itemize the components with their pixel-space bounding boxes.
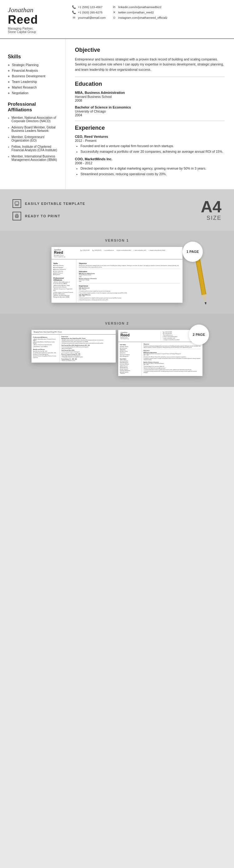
v2-p2-hard: Hard Skills xyxy=(120,358,140,360)
bullet-icon: ◆ xyxy=(8,69,10,72)
resume-body: Skills ◆Strategic Planning ◆Financial An… xyxy=(0,39,234,189)
v2-p1-right: Experience Managing Partner, Stone Capit… xyxy=(60,335,116,363)
pencil-tip-wood xyxy=(202,294,207,303)
v2-p2-hard-skill: ◆ Market Research xyxy=(120,365,140,367)
header-right: 📞 +1 (555) 123-4567 📞 +1 (920) 265-6275 … xyxy=(65,0,234,38)
v2-p2-skill: ◆ Time Management xyxy=(120,356,140,357)
v2-p1-title: Managing Partner, Stone Capital Group 20… xyxy=(34,332,114,333)
skill-item: ◆Strategic Planning xyxy=(8,62,59,68)
mini-divider xyxy=(79,269,180,269)
v2-p1-text: Excellence in Financial Management xyxy=(33,354,58,355)
v2-job3: Chief Financial Officer (CFO)... xyxy=(61,350,114,351)
v2-job2: Chief Financial Officer (CFO), GlobalTec… xyxy=(61,345,114,346)
skill-item: ◆Business Development xyxy=(8,73,59,79)
marketing-section: EASILY EDITABLE TEMPLATE READY TO PRINT … xyxy=(0,189,234,231)
job-title-2: COO, MarketMinds Inc. xyxy=(75,157,225,161)
version2-label: VERSION 2 xyxy=(12,321,222,325)
editable-label: EASILY EDITABLE TEMPLATE xyxy=(25,202,85,206)
phone2-row: 📞 +1 (920) 265-6275 xyxy=(72,10,106,14)
v2-p1-text: ● Board Member, Investors Alliance xyxy=(33,346,58,347)
bullet-item: Streamlined processes, reducing operatio… xyxy=(81,172,225,177)
bullet-item: Successfully managed a portfolio of over… xyxy=(81,149,225,154)
v2-p2-skill: ◆ Problem Solving xyxy=(120,351,140,352)
name-title: Managing Partner, Stone Capital Group xyxy=(8,27,59,34)
svg-rect-3 xyxy=(16,214,18,215)
v2-p2-title: Managing Partner,Stone Capital Group xyxy=(120,337,158,340)
skill-item: ◆Financial Analysis xyxy=(8,68,59,73)
skill-item: ◆Negotiation xyxy=(8,90,59,96)
instagram-icon: ⊙ xyxy=(112,15,116,20)
v2-job5-desc: • Worked in the database system... xyxy=(61,360,114,361)
mini-name-bold: Reed xyxy=(54,251,79,254)
linkedin-row: in linkedin.com/in/jonathanreedbiz2 xyxy=(112,5,168,9)
a4-label: A4 xyxy=(201,198,222,215)
mini-right-col: Objective Entrepreneur and business stra… xyxy=(77,259,182,303)
instagram-row: ⊙ instagram.com/jonathanreed_official2 xyxy=(112,15,168,20)
header-left: Jonathan Reed Managing Partner, Stone Ca… xyxy=(0,0,65,38)
print-feature: READY TO PRINT xyxy=(12,212,85,220)
v2-p2-edu1-detail: 2001 - 2003 xyxy=(144,354,201,356)
v2-p2-right: Objective Entrepreneur and business stra… xyxy=(142,342,203,376)
version1-badge: 1 PAGE xyxy=(182,242,203,262)
v2-p1-section: Professional Affiliations xyxy=(33,336,58,338)
mini-title: Managing Partner,Stone Capital Group xyxy=(54,254,79,257)
contact-phone-col: 📞 +1 (555) 123-4567 📞 +1 (920) 265-6275 … xyxy=(72,5,106,34)
version1-section: VERSION 1 1 PAGE Jonathan Reed Managing … xyxy=(0,231,234,314)
school-2: University of Chicago xyxy=(75,110,225,113)
v2-p2-skill: ◆ Negotiation xyxy=(120,352,140,353)
v2-p2-name: Jonathan Reed Managing Partner,Stone Cap… xyxy=(120,332,161,340)
mini-resume-v1: Jonathan Reed Managing Partner,Stone Cap… xyxy=(52,247,182,303)
resume-header: Jonathan Reed Managing Partner, Stone Ca… xyxy=(0,0,234,39)
skill-item: ◆Market Research xyxy=(8,85,59,90)
year-1: 2008 xyxy=(75,98,225,102)
v2-p1-exp-section: Experience xyxy=(61,336,114,337)
name-script: Jonathan xyxy=(8,6,59,14)
v2-p2-edu2-bullet4: • Co-founded a security investment club,… xyxy=(144,371,201,373)
v2-p2-hard-skill: ◆ Financial Systems Production xyxy=(120,372,140,374)
v2-p1-text: ● Member, National Association of Corpor… xyxy=(33,339,58,341)
v2-p2-divider xyxy=(144,349,201,349)
v2-job1-desc2: • Expanded the firm's assets under manag… xyxy=(61,341,114,342)
bullet-item: Directed operations for a digital market… xyxy=(81,166,225,171)
skill-item: ◆Team Leadership xyxy=(8,79,59,85)
affiliation-item: ●Member, National Association of Corpora… xyxy=(8,115,59,125)
v2-p2-edu2-bullet2: • Member of the Stanford Economics Advis… xyxy=(144,368,201,369)
pencil-tip-graphite xyxy=(204,302,207,305)
mini-exp-title: Experience xyxy=(79,285,180,287)
v2-p2-obj-text: Entrepreneur and business strategist wit… xyxy=(144,345,201,348)
v2-job2-desc: • Oversaw financial operations for a $3B… xyxy=(61,346,114,348)
mini-skills-title: Skills xyxy=(53,262,74,265)
v2-job4: Director of Corporate Strategy 2003 - 20… xyxy=(61,353,114,355)
resume-page: Jonathan Reed Managing Partner, Stone Ca… xyxy=(0,0,234,189)
affiliation-item: ●Member, International Business Manageme… xyxy=(8,154,59,163)
resume-left-col: Skills ◆Strategic Planning ◆Financial An… xyxy=(0,39,65,189)
print-icon xyxy=(12,212,21,220)
phone-icon: 📞 xyxy=(72,5,76,9)
degree-1: MBA, Business Administration xyxy=(75,91,225,94)
mini-email: ✉ yourmail@email.com xyxy=(104,250,114,256)
job-bullets-2: Directed operations for a digital market… xyxy=(75,166,225,177)
phone1-row: 📞 +1 (555) 123-4567 xyxy=(72,5,106,9)
email-icon: ✉ xyxy=(72,15,76,20)
skills-title: Skills xyxy=(8,54,59,60)
mini-edu-title: Education xyxy=(79,271,180,273)
v2-job3-desc: • List the company through a technology … xyxy=(61,351,114,352)
email-row: ✉ yourmail@email.com xyxy=(72,15,106,20)
objective-heading: Objective xyxy=(75,47,225,54)
bullet-icon: ● xyxy=(8,136,9,139)
bullet-icon: ◆ xyxy=(8,86,10,89)
v2-p2-body: Soft Skills ◆ Strategic Thinking ◆ Commu… xyxy=(118,342,203,376)
divider xyxy=(75,77,225,77)
bullet-icon: ◆ xyxy=(8,75,10,78)
v2-p2-edu-section: Education xyxy=(144,350,201,351)
bullet-icon: ● xyxy=(8,146,9,148)
v2-p2-edu2-year: 1997 - 2001 xyxy=(144,364,201,365)
badge-text: 2 PAGE xyxy=(193,333,205,336)
v2-p1-header: Managing Partner, Stone Capital Group 20… xyxy=(31,330,116,335)
mini-linkedin: in linkedin.com/in/jonathanreedbiz2 xyxy=(116,250,131,256)
divider xyxy=(75,121,225,121)
mini-phone1: 📞 +1 (555) 123-4567 xyxy=(81,250,90,256)
print-label: READY TO PRINT xyxy=(25,214,61,218)
affiliations-title: ProfessionalAffiliations xyxy=(8,101,59,113)
linkedin-icon: in xyxy=(112,5,116,9)
